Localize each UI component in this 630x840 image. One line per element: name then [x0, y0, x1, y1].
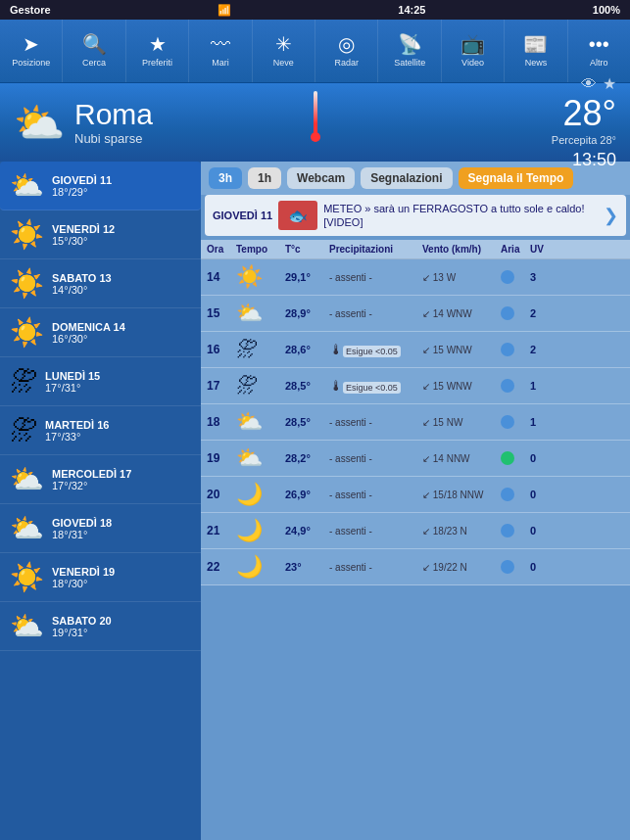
row-air — [501, 415, 530, 429]
posizione-icon: ➤ — [23, 34, 39, 54]
tab-segnala-tempo[interactable]: Segnala il Tempo — [459, 167, 574, 189]
forecast-item[interactable]: ⛅ GIOVEDÌ 11 18°/29° — [0, 162, 201, 210]
row-precip: - assenti - — [329, 562, 422, 573]
col-precipitazioni: Precipitazioni — [329, 244, 422, 255]
row-air — [501, 379, 530, 393]
row-uv: 0 — [530, 489, 555, 500]
row-hour: 19 — [207, 451, 236, 465]
main-content: ⛅ GIOVEDÌ 11 18°/29° ☀️ VENERDÌ 12 15°/3… — [0, 162, 630, 840]
altro-icon: ••• — [589, 34, 609, 54]
toolbar-item-mari[interactable]: 〰Mari — [189, 20, 252, 82]
row-uv: 1 — [530, 380, 555, 392]
toolbar-item-radar[interactable]: ◎Radar — [315, 20, 378, 82]
toolbar-item-altro[interactable]: •••Altro — [568, 20, 630, 82]
row-temp: 29,1° — [285, 271, 329, 283]
forecast-temp: 14°/30° — [52, 284, 191, 296]
row-wind: ↙ 19/22 N — [422, 562, 501, 573]
city-weather-icon: ⛅ — [14, 99, 65, 147]
row-hour: 17 — [207, 379, 236, 393]
row-weather-icon: 🌙 — [236, 482, 285, 507]
neve-label: Neve — [273, 58, 294, 68]
city-right: 👁 ★ 28° Percepita 28° 13:50 — [552, 74, 616, 170]
forecast-item[interactable]: ☀️ DOMENICA 14 16°/30° — [0, 308, 201, 357]
forecast-item[interactable]: ⛅ SABATO 20 19°/31° — [0, 602, 201, 651]
row-precip: - assenti - — [329, 308, 422, 319]
tab-1h[interactable]: 1h — [248, 167, 281, 189]
forecast-icon: ⛅ — [10, 169, 44, 202]
table-row: 22 🌙 23° - assenti - ↙ 19/22 N 0 — [201, 549, 630, 585]
toolbar-item-satellite[interactable]: 📡Satellite — [378, 20, 441, 82]
row-precip: 🌡Esigue <0.05 — [329, 342, 422, 357]
altro-label: Altro — [590, 58, 608, 68]
forecast-day: MARTEDÌ 16 — [45, 419, 191, 431]
forecast-item[interactable]: ☀️ VENERDÌ 12 15°/30° — [0, 210, 201, 259]
toolbar-item-preferiti[interactable]: ★Preferiti — [126, 20, 189, 82]
toolbar-item-video[interactable]: 📺Video — [442, 20, 505, 82]
row-precip: - assenti - — [329, 453, 422, 464]
forecast-item[interactable]: ⛅ MERCOLEDÌ 17 17°/32° — [0, 455, 201, 504]
forecast-info: SABATO 20 19°/31° — [52, 615, 191, 638]
table-row: 14 ☀️ 29,1° - assenti - ↙ 13 W 3 — [201, 259, 630, 296]
weather-table: 14 ☀️ 29,1° - assenti - ↙ 13 W 3 15 ⛅ 28… — [201, 259, 630, 840]
row-temp: 28,5° — [285, 380, 329, 392]
row-air — [501, 343, 530, 356]
radar-icon: ◎ — [338, 34, 355, 54]
forecast-info: LUNEDÌ 15 17°/31° — [45, 370, 191, 394]
row-uv: 2 — [530, 307, 555, 319]
row-precip: - assenti - — [329, 490, 422, 500]
row-uv: 0 — [530, 525, 555, 537]
row-temp: 24,9° — [285, 525, 329, 537]
row-precip: - assenti - — [329, 272, 422, 283]
forecast-info: MARTEDÌ 16 17°/33° — [45, 419, 191, 443]
forecast-item[interactable]: ⛅ GIOVEDÌ 18 18°/31° — [0, 504, 201, 553]
forecast-info: SABATO 13 14°/30° — [52, 272, 191, 296]
favorite-icon[interactable]: ★ — [603, 74, 616, 93]
toolbar-item-cerca[interactable]: 🔍Cerca — [63, 20, 125, 82]
forecast-icon: ⛅ — [10, 463, 44, 495]
row-weather-icon: ⛅ — [236, 301, 285, 326]
posizione-label: Posizione — [12, 58, 50, 68]
forecast-temp: 17°/33° — [45, 431, 191, 443]
forecast-item[interactable]: ☀️ VENERDÌ 19 18°/30° — [0, 553, 201, 602]
video-icon: 📺 — [460, 34, 485, 54]
forecast-icon: ⛈ — [10, 414, 37, 446]
tab-webcam[interactable]: Webcam — [287, 167, 355, 189]
eye-icon[interactable]: 👁 — [581, 75, 597, 93]
row-air — [501, 560, 530, 574]
row-hour: 15 — [207, 306, 236, 320]
news-banner[interactable]: GIOVEDÌ 11 🐟 METEO » sarà un FERRAGOSTO … — [205, 195, 626, 236]
toolbar-item-neve[interactable]: ✳Neve — [253, 20, 315, 82]
right-panel: 3h 1h Webcam Segnalazioni Segnala il Tem… — [201, 162, 630, 840]
toolbar: ➤Posizione🔍Cerca★Preferiti〰Mari✳Neve◎Rad… — [0, 20, 630, 83]
row-wind: ↙ 14 WNW — [422, 308, 501, 319]
row-wind: ↙ 13 W — [422, 272, 501, 283]
row-weather-icon: 🌙 — [236, 554, 285, 580]
row-weather-icon: 🌙 — [236, 518, 285, 543]
row-hour: 20 — [207, 488, 236, 501]
table-row: 19 ⛅ 28,2° - assenti - ↙ 14 NNW 0 — [201, 441, 630, 477]
city-header: ⛅ Roma Nubi sparse 👁 ★ 28° Percepita 28°… — [0, 83, 630, 162]
tab-segnalazioni[interactable]: Segnalazioni — [361, 167, 452, 189]
forecast-item[interactable]: ⛈ LUNEDÌ 15 17°/31° — [0, 357, 201, 406]
row-weather-icon: ☀️ — [236, 264, 285, 290]
forecast-item[interactable]: ⛈ MARTEDÌ 16 17°/33° — [0, 406, 201, 455]
row-wind: ↙ 15 NW — [422, 417, 501, 428]
row-air — [501, 270, 530, 284]
forecast-info: MERCOLEDÌ 17 17°/32° — [52, 468, 191, 491]
news-icon: 📰 — [523, 34, 548, 54]
row-uv: 2 — [530, 344, 555, 355]
forecast-info: VENERDÌ 19 18°/30° — [52, 566, 191, 589]
row-hour: 21 — [207, 524, 236, 537]
row-temp: 28,5° — [285, 416, 329, 428]
toolbar-item-news[interactable]: 📰News — [505, 20, 567, 82]
forecast-item[interactable]: ☀️ SABATO 13 14°/30° — [0, 259, 201, 308]
toolbar-item-posizione[interactable]: ➤Posizione — [0, 20, 63, 82]
city-feels-like: Percepita 28° — [552, 134, 616, 146]
forecast-temp: 15°/30° — [52, 235, 191, 247]
forecast-icon: ☀️ — [10, 218, 44, 251]
carrier: Gestore — [10, 4, 51, 16]
forecast-temp: 17°/31° — [45, 382, 191, 394]
tab-3h[interactable]: 3h — [209, 167, 242, 189]
table-row: 20 🌙 26,9° - assenti - ↙ 15/18 NNW 0 — [201, 477, 630, 513]
forecast-temp: 19°/31° — [52, 627, 191, 638]
